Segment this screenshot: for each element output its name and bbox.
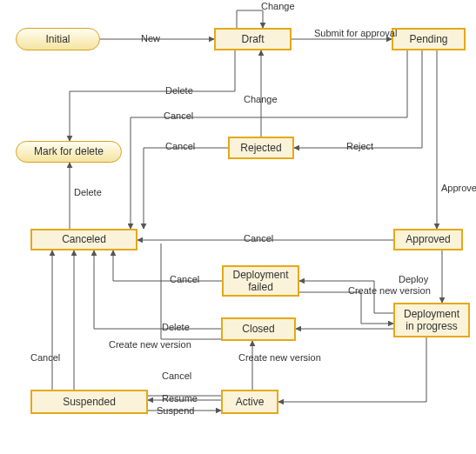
edge-suspend: Suspend — [157, 405, 194, 416]
node-label: Deployment in progress — [402, 308, 461, 333]
edge-cnv-active: Create new version — [238, 352, 275, 363]
edge-cancel-rejected: Cancel — [165, 141, 195, 151]
edge-cancel-suspended: Cancel — [30, 352, 60, 363]
node-label: Rejected — [240, 142, 281, 154]
state-deployment-failed: Deployment failed — [222, 265, 299, 297]
node-label: Canceled — [62, 233, 106, 245]
edge-delete-draft: Delete — [165, 85, 193, 96]
edge-change-self: Change — [261, 1, 295, 11]
node-label: Initial — [45, 33, 70, 45]
node-label: Draft — [241, 33, 264, 45]
state-initial: Initial — [16, 28, 100, 50]
state-canceled: Canceled — [30, 229, 137, 250]
node-label: Approved — [406, 233, 450, 245]
edge-cnv-closed: Create new version — [109, 339, 161, 350]
state-rejected: Rejected — [228, 137, 294, 159]
edge-layer — [0, 0, 476, 454]
state-draft: Draft — [214, 28, 292, 50]
edge-cancel-pending: Cancel — [164, 110, 193, 121]
node-label: Suspended — [63, 396, 116, 408]
edge-deploy: Deploy — [399, 274, 428, 284]
edge-change-back: Change — [244, 94, 278, 104]
node-label: Active — [236, 396, 265, 408]
state-pending: Pending — [392, 28, 466, 50]
state-deployment-in-progress: Deployment in progress — [393, 303, 470, 337]
node-label: Closed — [242, 323, 274, 335]
edge-reject: Reject — [346, 141, 373, 151]
node-label: Deployment failed — [231, 269, 291, 294]
edge-cancel-depfail: Cancel — [170, 274, 199, 284]
edge-cancel-approved: Cancel — [244, 233, 273, 244]
state-approved: Approved — [393, 229, 463, 250]
state-active: Active — [221, 390, 278, 414]
edge-approved: Approved — [441, 183, 476, 193]
state-mark-for-delete: Mark for delete — [16, 141, 122, 163]
edge-cancel-active: Cancel — [162, 371, 191, 381]
node-label: Pending — [409, 33, 447, 45]
edge-delete-closed: Delete — [162, 322, 190, 332]
edge-delete-canceled: Delete — [74, 187, 102, 197]
edge-submit: Submit for approval — [314, 28, 366, 38]
edge-new: New — [141, 33, 160, 43]
edge-cnv-dip: Create new version — [348, 285, 385, 296]
edge-resume: Resume — [162, 393, 198, 404]
state-closed: Closed — [221, 317, 296, 341]
state-suspended: Suspended — [30, 390, 148, 414]
node-label: Mark for delete — [34, 145, 104, 157]
